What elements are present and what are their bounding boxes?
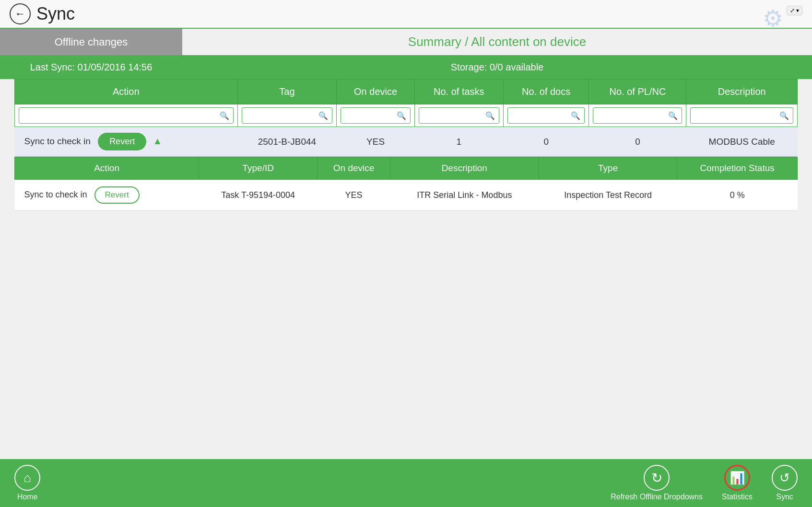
sub-col-action: Action [15,157,199,180]
sub-table-row: Sync to check in Revert Task T-95194-000… [15,180,798,211]
info-bar: Last Sync: 01/05/2016 14:56 Storage: 0/0… [0,55,812,79]
table-row: Sync to check in Revert ▲ 2501-B-JB044 Y… [15,127,798,157]
col-num-docs: No. of docs [503,80,589,104]
sync-button[interactable]: ↺ Sync [772,465,798,501]
page-title: Sync [36,4,75,24]
sub-table-header: Action Type/ID On device Description Typ… [15,157,798,180]
search-tag-icon: 🔍 [318,111,328,120]
storage-info: Storage: 0/0 available [182,62,812,73]
search-plnc-icon: 🔍 [668,111,678,120]
back-button[interactable]: ← [10,3,31,24]
search-action[interactable]: 🔍 [15,104,238,127]
search-docs-icon: 🔍 [571,111,580,120]
main-table: Action Tag On device No. of tasks No. of… [14,79,798,157]
sub-row-action-cell: Sync to check in Revert [15,180,199,211]
sub-row-description: ITR Serial Link - Modbus [390,180,539,211]
revert-filled-button[interactable]: Revert [98,133,146,150]
sub-col-completion: Completion Status [677,157,798,180]
search-on-device-icon: 🔍 [397,111,406,120]
statistics-icon: 📊 [730,471,745,485]
sub-row-completion: 0 % [677,180,798,211]
sub-table-container: Action Type/ID On device Description Typ… [0,157,812,211]
search-tag[interactable]: 🔍 [237,104,337,127]
row-action-cell: Sync to check in Revert ▲ [15,127,238,157]
sub-row-on-device: YES [318,180,390,211]
back-icon: ← [15,8,25,20]
row-num-plnc: 0 [589,127,686,157]
search-row: 🔍 🔍 🔍 🔍 [15,104,798,127]
sub-col-type: Type [539,157,677,180]
search-tasks-input[interactable]: 🔍 [419,107,499,124]
search-docs-input[interactable]: 🔍 [507,107,585,124]
search-description[interactable]: 🔍 [686,104,798,127]
row-action-label: Sync to check in [24,136,91,146]
sync-icon: ↺ [779,471,790,485]
statistics-label: Statistics [722,493,753,501]
tab-offline[interactable]: Offline changes [0,29,182,55]
row-tag: 2501-B-JB044 [237,127,337,157]
expand-button[interactable]: ⤢ ▾ [787,6,802,15]
search-docs[interactable]: 🔍 [503,104,589,127]
bottom-right-buttons: ↻ Refresh Offline Dropdowns 📊 Statistics… [611,465,798,501]
col-num-tasks: No. of tasks [414,80,503,104]
col-on-device: On device [337,80,414,104]
col-num-plnc: No. of PL/NC [589,80,686,104]
search-description-input[interactable]: 🔍 [690,107,793,124]
refresh-label: Refresh Offline Dropdowns [611,493,703,501]
chevron-up-icon[interactable]: ▲ [153,136,162,146]
tab-summary[interactable]: Summary / All content on device [182,29,812,55]
search-on-device-input[interactable]: 🔍 [341,107,410,124]
gear-icon: ⚙ [763,5,783,32]
sub-col-typeid: Type/ID [199,157,318,180]
search-plnc[interactable]: 🔍 [589,104,686,127]
statistics-icon-circle: 📊 [724,465,750,491]
revert-outline-button[interactable]: Revert [94,186,140,204]
search-on-device[interactable]: 🔍 [337,104,414,127]
main-table-container: Action Tag On device No. of tasks No. of… [0,79,812,157]
top-bar: ← Sync ⚙ ⤢ ▾ [0,0,812,29]
search-tasks[interactable]: 🔍 [414,104,503,127]
refresh-icon: ↻ [651,470,662,486]
statistics-button[interactable]: 📊 Statistics [722,465,753,501]
sub-row-action-label: Sync to check in [24,190,87,199]
home-icon: ⌂ [24,471,31,485]
sub-row-typeid: Task T-95194-0004 [199,180,318,211]
search-description-icon: 🔍 [779,111,789,120]
home-icon-circle: ⌂ [14,465,40,491]
refresh-icon-circle: ↻ [644,465,670,491]
home-button[interactable]: ⌂ Home [14,465,40,501]
search-plnc-input[interactable]: 🔍 [593,107,682,124]
row-on-device: YES [337,127,414,157]
search-icon: 🔍 [220,111,229,120]
refresh-button[interactable]: ↻ Refresh Offline Dropdowns [611,465,703,501]
main-table-header: Action Tag On device No. of tasks No. of… [15,80,798,104]
sync-label: Sync [776,493,793,501]
sync-icon-circle: ↺ [772,465,798,491]
col-description: Description [686,80,798,104]
row-description: MODBUS Cable [686,127,798,157]
last-sync: Last Sync: 01/05/2016 14:56 [0,62,182,73]
bottom-bar: ⌂ Home ↻ Refresh Offline Dropdowns 📊 Sta… [0,459,812,507]
col-action: Action [15,80,238,104]
home-label: Home [17,493,38,501]
search-action-input[interactable]: 🔍 [19,107,234,124]
row-num-tasks: 1 [414,127,503,157]
sub-row-type: Inspection Test Record [539,180,677,211]
tab-strip: Offline changes Summary / All content on… [0,29,812,55]
sub-col-description: Description [390,157,539,180]
col-tag: Tag [237,80,337,104]
sub-col-on-device: On device [318,157,390,180]
search-tag-input[interactable]: 🔍 [242,107,333,124]
row-num-docs: 0 [503,127,589,157]
sub-table: Action Type/ID On device Description Typ… [14,157,798,211]
search-tasks-icon: 🔍 [485,111,495,120]
